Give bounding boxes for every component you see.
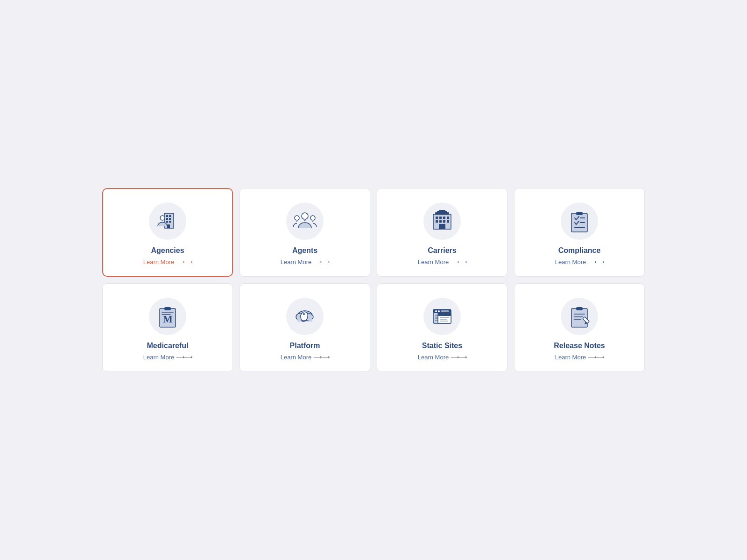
- agents-link[interactable]: Learn More ⟶⟶: [281, 259, 329, 266]
- svg-point-42: [435, 310, 437, 312]
- svg-rect-7: [167, 224, 170, 228]
- svg-rect-15: [443, 217, 445, 219]
- release-notes-link-text: Learn More: [555, 354, 586, 361]
- platform-link-text: Learn More: [281, 354, 311, 361]
- agents-icon-circle: [286, 203, 324, 240]
- carriers-title: Carriers: [428, 246, 456, 255]
- svg-rect-19: [443, 220, 445, 223]
- platform-icon-circle: [286, 298, 324, 335]
- release-notes-link[interactable]: Learn More ⟶⟶: [555, 354, 604, 361]
- release-notes-icon-circle: [561, 298, 598, 335]
- svg-rect-5: [166, 221, 168, 223]
- card-grid: Agencies Learn More ⟶⟶ Agents: [84, 169, 663, 391]
- svg-rect-31: [164, 307, 171, 310]
- compliance-link-text: Learn More: [555, 259, 586, 266]
- agencies-icon-circle: [149, 203, 186, 240]
- platform-icon: [291, 303, 318, 330]
- svg-rect-1: [166, 215, 168, 217]
- carriers-link-text: Learn More: [418, 259, 449, 266]
- card-agents[interactable]: Agents Learn More ⟶⟶: [240, 188, 370, 277]
- svg-point-43: [438, 310, 440, 312]
- card-compliance[interactable]: Compliance Learn More ⟶⟶: [514, 188, 645, 277]
- svg-rect-21: [439, 224, 445, 229]
- svg-rect-20: [447, 220, 449, 223]
- svg-rect-13: [436, 217, 438, 219]
- compliance-icon-circle: [561, 203, 598, 240]
- svg-point-8: [160, 216, 165, 220]
- static-sites-link[interactable]: Learn More ⟶⟶: [418, 354, 466, 361]
- card-medicareful[interactable]: M Medicareful Learn More ⟶⟶: [102, 283, 233, 372]
- compliance-title: Compliance: [558, 246, 601, 255]
- platform-arrows: ⟶⟶: [313, 354, 329, 361]
- compliance-arrows: ⟶⟶: [588, 259, 604, 266]
- static-sites-icon-circle: [423, 298, 461, 335]
- medicareful-link[interactable]: Learn More ⟶⟶: [143, 354, 192, 361]
- carriers-arrows: ⟶⟶: [451, 259, 466, 266]
- svg-rect-6: [169, 221, 171, 223]
- release-notes-arrows: ⟶⟶: [588, 354, 604, 361]
- compliance-icon: [566, 208, 593, 235]
- svg-rect-3: [166, 218, 168, 220]
- carriers-icon: [429, 208, 456, 235]
- agencies-title: Agencies: [151, 246, 184, 255]
- static-sites-icon: [429, 303, 456, 330]
- svg-point-11: [310, 216, 315, 220]
- svg-point-39: [303, 313, 305, 315]
- platform-link[interactable]: Learn More ⟶⟶: [281, 354, 329, 361]
- svg-rect-2: [169, 215, 171, 217]
- svg-rect-44: [441, 310, 449, 312]
- release-notes-icon: [566, 303, 593, 330]
- agents-icon: [291, 208, 318, 235]
- medicareful-icon: M: [154, 303, 181, 330]
- svg-rect-52: [440, 321, 448, 322]
- svg-point-10: [295, 216, 299, 220]
- card-static-sites[interactable]: Static Sites Learn More ⟶⟶: [377, 283, 507, 372]
- card-platform[interactable]: Platform Learn More ⟶⟶: [240, 283, 370, 372]
- svg-rect-50: [440, 317, 449, 318]
- svg-rect-26: [576, 212, 583, 215]
- carriers-icon-circle: [423, 203, 461, 240]
- svg-rect-54: [576, 307, 583, 310]
- static-sites-title: Static Sites: [422, 342, 462, 350]
- agents-arrows: ⟶⟶: [313, 259, 329, 266]
- agents-title: Agents: [292, 246, 317, 255]
- svg-rect-4: [169, 218, 171, 220]
- card-release-notes[interactable]: Release Notes Learn More ⟶⟶: [514, 283, 645, 372]
- compliance-link[interactable]: Learn More ⟶⟶: [555, 259, 604, 266]
- carriers-link[interactable]: Learn More ⟶⟶: [418, 259, 466, 266]
- release-notes-title: Release Notes: [554, 342, 605, 350]
- card-carriers[interactable]: Carriers Learn More ⟶⟶: [377, 188, 507, 277]
- agencies-arrows: ⟶⟶: [176, 259, 192, 266]
- svg-rect-18: [439, 220, 442, 223]
- static-sites-arrows: ⟶⟶: [451, 354, 466, 361]
- medicareful-arrows: ⟶⟶: [176, 354, 192, 361]
- static-sites-link-text: Learn More: [418, 354, 449, 361]
- svg-rect-16: [447, 217, 449, 219]
- agents-link-text: Learn More: [281, 259, 311, 266]
- agencies-link[interactable]: Learn More ⟶⟶: [143, 259, 192, 266]
- agencies-icon: [154, 208, 181, 235]
- svg-rect-51: [440, 319, 447, 320]
- medicareful-title: Medicareful: [147, 342, 189, 350]
- medicareful-link-text: Learn More: [143, 354, 174, 361]
- agencies-link-text: Learn More: [143, 259, 174, 266]
- svg-rect-49: [438, 313, 451, 316]
- svg-point-9: [302, 213, 308, 219]
- svg-rect-24: [439, 210, 445, 211]
- platform-title: Platform: [290, 342, 320, 350]
- card-agencies[interactable]: Agencies Learn More ⟶⟶: [102, 188, 233, 277]
- svg-rect-14: [439, 217, 442, 219]
- medicareful-icon-circle: M: [149, 298, 186, 335]
- svg-rect-17: [436, 220, 438, 223]
